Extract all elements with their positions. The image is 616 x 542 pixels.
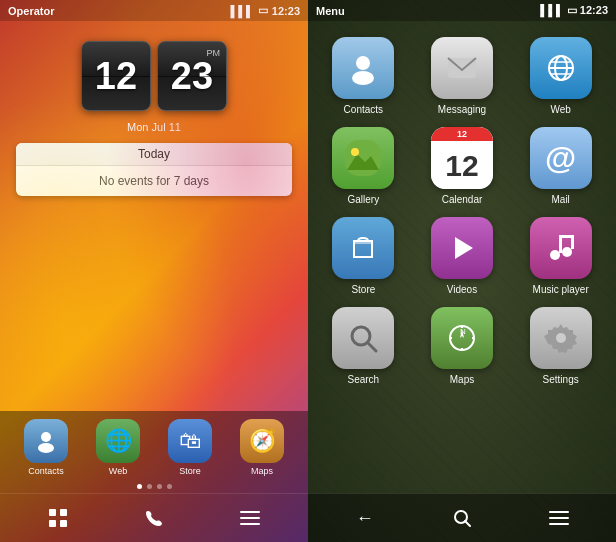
operator-label: Operator [8, 5, 54, 17]
left-phone: Operator ▌▌▌ ▭ 12:23 12 PM 23 Mon Jul 11… [0, 0, 308, 542]
svg-rect-40 [549, 511, 569, 513]
svg-rect-42 [549, 523, 569, 525]
search-button[interactable] [442, 502, 482, 534]
svg-point-23 [562, 247, 572, 257]
calendar-app-label: Calendar [442, 194, 483, 205]
svg-line-39 [465, 521, 470, 526]
clock-widget: 12 PM 23 [0, 21, 308, 119]
right-status-bar: Menu ▌▌▌ ▭ 12:23 [308, 0, 616, 21]
app-item-mail[interactable]: @ Mail [517, 127, 604, 205]
svg-rect-4 [49, 520, 56, 527]
right-signal-icon: ▌▌▌ [540, 4, 563, 16]
mail-icon: @ [530, 127, 592, 189]
dot-4 [167, 484, 172, 489]
music-icon [530, 217, 592, 279]
search-nav-icon [452, 508, 472, 528]
svg-rect-2 [49, 509, 56, 516]
dock-store-label: Store [179, 466, 201, 476]
web-icon [530, 37, 592, 99]
messaging-app-label: Messaging [438, 104, 486, 115]
dock-apps-row: Contacts 🌐 Web 🛍 Store 🧭 M [0, 411, 308, 480]
app-item-settings[interactable]: Settings [517, 307, 604, 385]
search-icon [332, 307, 394, 369]
svg-rect-20 [354, 241, 372, 244]
calendar-today-label: Today [16, 143, 292, 166]
app-grid: Contacts Messaging [308, 21, 616, 401]
dot-2 [147, 484, 152, 489]
videos-app-label: Videos [447, 284, 477, 295]
dock-app-web[interactable]: 🌐 Web [96, 419, 140, 476]
app-item-maps[interactable]: N Maps [419, 307, 506, 385]
svg-marker-21 [455, 237, 473, 259]
back-icon: ← [356, 508, 374, 529]
app-item-contacts[interactable]: Contacts [320, 37, 407, 115]
dock-web-label: Web [109, 466, 127, 476]
settings-icon [530, 307, 592, 369]
app-item-music[interactable]: Music player [517, 217, 604, 295]
music-app-label: Music player [533, 284, 589, 295]
dock-app-store[interactable]: 🛍 Store [168, 419, 212, 476]
dot-1 [137, 484, 142, 489]
svg-point-1 [38, 443, 54, 453]
svg-rect-5 [60, 520, 67, 527]
left-status-bar: Operator ▌▌▌ ▭ 12:23 [0, 0, 308, 21]
clock-minutes-tile[interactable]: PM 23 [157, 41, 227, 111]
battery-icon: ▭ [258, 4, 268, 17]
contacts-app-label: Contacts [344, 104, 383, 115]
right-status-right: ▌▌▌ ▭ 12:23 [540, 4, 608, 17]
menu-label: Menu [316, 5, 345, 17]
right-time: 12:23 [580, 4, 608, 16]
right-battery-icon: ▭ [567, 4, 577, 16]
bottom-dock: Contacts 🌐 Web 🛍 Store 🧭 M [0, 411, 308, 542]
svg-rect-26 [559, 235, 574, 238]
maps-app-label: Maps [450, 374, 474, 385]
at-symbol: @ [545, 140, 576, 177]
right-bottom-nav: ← [308, 493, 616, 542]
app-item-store[interactable]: Store [320, 217, 407, 295]
app-item-gallery[interactable]: Gallery [320, 127, 407, 205]
dock-app-maps[interactable]: 🧭 Maps [240, 419, 284, 476]
svg-point-37 [556, 333, 566, 343]
menu-button-right[interactable] [539, 502, 579, 534]
dot-3 [157, 484, 162, 489]
clock-hours-tile[interactable]: 12 [81, 41, 151, 111]
app-item-videos[interactable]: Videos [419, 217, 506, 295]
left-bottom-nav [0, 493, 308, 542]
app-item-search[interactable]: Search [320, 307, 407, 385]
contacts-icon [332, 37, 394, 99]
web-app-label: Web [550, 104, 570, 115]
gallery-app-label: Gallery [347, 194, 379, 205]
app-item-calendar[interactable]: 12 12 Calendar [419, 127, 506, 205]
svg-point-22 [550, 250, 560, 260]
left-status-right: ▌▌▌ ▭ 12:23 [230, 4, 300, 17]
contacts-dock-icon [33, 428, 59, 454]
store-icon [332, 217, 394, 279]
app-item-web[interactable]: Web [517, 37, 604, 115]
calendar-icon-inner: 12 12 [431, 127, 493, 189]
page-dots [0, 480, 308, 493]
right-phone: Menu ▌▌▌ ▭ 12:23 Contacts [308, 0, 616, 542]
calendar-no-events: No events for 7 days [16, 166, 292, 196]
left-time: 12:23 [272, 5, 300, 17]
calendar-day-num: 12 [445, 149, 478, 182]
phone-button[interactable] [136, 500, 172, 536]
clock-date: Mon Jul 11 [0, 121, 308, 133]
clock-hours: 12 [95, 57, 137, 95]
clock-period: PM [207, 48, 221, 58]
calendar-icon: 12 12 [431, 127, 493, 189]
svg-rect-3 [60, 509, 67, 516]
dock-contacts-label: Contacts [28, 466, 64, 476]
calendar-widget[interactable]: Today No events for 7 days [16, 143, 292, 196]
app-item-messaging[interactable]: Messaging [419, 37, 506, 115]
svg-rect-6 [240, 511, 260, 513]
svg-line-28 [368, 343, 376, 351]
clock-minutes: 23 [171, 57, 213, 95]
dock-app-contacts[interactable]: Contacts [24, 419, 68, 476]
videos-icon [431, 217, 493, 279]
mail-app-label: Mail [551, 194, 569, 205]
svg-point-9 [356, 56, 370, 70]
apps-grid-button[interactable] [40, 500, 76, 536]
menu-button-left[interactable] [232, 500, 268, 536]
svg-point-10 [352, 71, 374, 85]
back-button[interactable]: ← [345, 502, 385, 534]
